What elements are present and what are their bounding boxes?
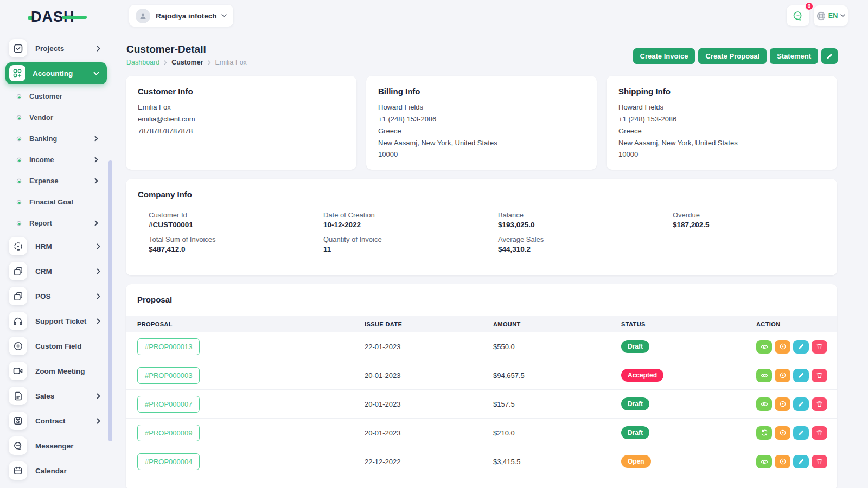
card-title: Billing Info [378, 87, 585, 96]
statement-button[interactable]: Statement [770, 48, 818, 64]
sidebar-item-accounting[interactable]: Accounting [5, 62, 107, 84]
sidebar-item-hrm[interactable]: HRM [0, 234, 112, 259]
sidebar-item-support-ticket[interactable]: Support Ticket [0, 309, 112, 333]
breadcrumb-customer-link[interactable]: Customer [171, 59, 203, 66]
create-invoice-button[interactable]: Create Invoice [633, 48, 695, 64]
avatar [136, 9, 150, 23]
crm-icon [9, 262, 27, 280]
eye-circle-icon [780, 343, 786, 350]
sidebar-item-pos[interactable]: POS [0, 284, 112, 309]
shipping-name: Howard Fields [618, 102, 825, 113]
view-button[interactable] [756, 340, 772, 354]
bullet-icon [16, 221, 22, 226]
create-proposal-button[interactable]: Create Proposal [698, 48, 767, 64]
row-actions [756, 426, 837, 440]
globe-icon [816, 11, 826, 21]
bullet-icon [16, 94, 22, 99]
table-row: #PROP000004 22-12-2022 $3,415.5 Open [126, 447, 837, 476]
sidebar-item-projects[interactable]: Projects [0, 36, 112, 61]
company-switcher[interactable]: Rajodiya infotech [129, 5, 233, 27]
chevron-right-icon [94, 136, 98, 142]
sidebar-item-report[interactable]: Report [0, 213, 112, 234]
pencil-icon [798, 401, 804, 407]
sidebar-item-banking[interactable]: Banking [0, 128, 112, 149]
field-balance: Balance $193,025.0 [498, 211, 673, 229]
preview-button[interactable] [775, 455, 790, 468]
eye-icon [761, 459, 768, 465]
view-button[interactable] [756, 397, 772, 411]
bullet-icon [16, 136, 22, 142]
view-button[interactable] [756, 369, 772, 382]
chevron-right-icon [94, 178, 98, 184]
sidebar-item-label: Contract [35, 417, 66, 425]
sidebar-item-calendar[interactable]: Calendar [0, 458, 112, 483]
view-button[interactable] [756, 455, 772, 468]
delete-button[interactable] [812, 455, 827, 468]
page-title: Customer-Detail [126, 43, 206, 55]
sidebar-item-finacial-goal[interactable]: Finacial Goal [0, 191, 112, 213]
table-row: #PROP000013 22-01-2023 $550.0 Draft [126, 332, 837, 361]
sidebar-item-messenger[interactable]: Messenger [0, 433, 112, 458]
proposal-id-link[interactable]: #PROP000007 [137, 396, 200, 413]
delete-button[interactable] [812, 340, 827, 354]
preview-button[interactable] [775, 340, 790, 354]
hrm-icon [9, 237, 27, 255]
proposal-id-link[interactable]: #PROP000003 [137, 367, 200, 384]
sidebar-item-vendor[interactable]: Vendor [0, 107, 112, 128]
edit-button[interactable] [793, 426, 809, 440]
brand-logo[interactable]: DASH [28, 9, 75, 25]
sidebar-item-customer[interactable]: Customer [0, 86, 112, 107]
customer-name: Emilia Fox [138, 102, 344, 113]
language-selector[interactable]: EN [814, 5, 848, 26]
status-badge: Accepted [621, 369, 663, 382]
proposal-id-link[interactable]: #PROP000004 [137, 453, 200, 470]
preview-button[interactable] [775, 426, 790, 440]
billing-name: Howard Fields [378, 102, 585, 113]
save-icon [9, 412, 27, 430]
document-icon [9, 387, 27, 405]
edit-customer-button[interactable] [821, 48, 838, 64]
sidebar-item-custom-field[interactable]: Custom Field [0, 333, 112, 358]
proposal-id-link[interactable]: #PROP000009 [137, 425, 200, 441]
bullet-icon [16, 115, 22, 120]
sidebar-item-label: Finacial Goal [29, 198, 73, 206]
delete-button[interactable] [812, 369, 827, 382]
sidebar-item-crm[interactable]: CRM [0, 259, 112, 284]
sidebar-item-label: Customer [29, 92, 62, 100]
preview-button[interactable] [775, 397, 790, 411]
preview-button[interactable] [775, 369, 790, 382]
breadcrumb-dashboard-link[interactable]: Dashboard [126, 59, 159, 66]
delete-button[interactable] [812, 426, 827, 440]
messages-button[interactable]: 0 [787, 5, 809, 26]
edit-button[interactable] [793, 340, 809, 354]
edit-button[interactable] [793, 397, 809, 411]
edit-button[interactable] [793, 455, 809, 468]
accounting-icon [9, 65, 25, 81]
sidebar-scrollbar[interactable] [108, 160, 112, 441]
delete-button[interactable] [812, 397, 827, 411]
sidebar: DASH Projects Accounting Customer Vendor… [0, 0, 112, 488]
sidebar-item-zoom-meeting[interactable]: Zoom Meeting [0, 358, 112, 383]
sidebar-item-expense[interactable]: Expense [0, 170, 112, 191]
sidebar-item-contract[interactable]: Contract [0, 408, 112, 433]
field-average-sales: Average Sales $44,310.2 [498, 235, 673, 253]
edit-button[interactable] [793, 369, 809, 382]
proposal-id-link[interactable]: #PROP000013 [137, 338, 200, 355]
company-info-grid: Customer Id #CUST00001 Date of Creation … [138, 199, 825, 253]
breadcrumb-separator-icon [164, 60, 167, 65]
customer-info-card: Customer Info Emilia Fox emilia@client.c… [126, 76, 356, 170]
sidebar-item-label: Projects [35, 44, 64, 53]
amount: $210.0 [493, 429, 621, 437]
table-row: #PROP000003 20-01-2023 $94,657.5 Accepte… [126, 361, 837, 390]
sidebar-item-income[interactable]: Income [0, 149, 112, 170]
row-actions [756, 397, 837, 411]
field-quantity-of-invoice: Quantity of Invoice 11 [323, 235, 498, 253]
chevron-right-icon [94, 157, 98, 163]
col-issue-date: ISSUE DATE [365, 321, 493, 328]
shipping-zip: 10000 [618, 150, 825, 160]
proposal-title: Proposal [126, 295, 837, 304]
chevron-right-icon [97, 268, 100, 274]
card-title: Shipping Info [618, 87, 825, 96]
sidebar-item-sales[interactable]: Sales [0, 383, 112, 408]
convert-button[interactable] [756, 426, 772, 440]
